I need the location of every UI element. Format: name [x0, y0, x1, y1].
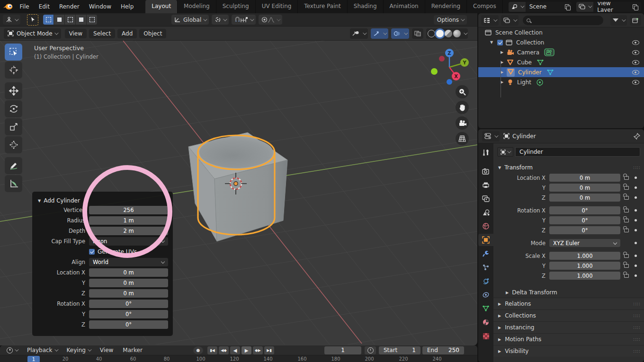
object-name-input[interactable]: Cylinder [515, 147, 640, 157]
scene-copy-button[interactable] [563, 2, 572, 12]
editor-type-selector[interactable] [3, 15, 20, 25]
scale-z-field[interactable]: 1.000 [549, 272, 620, 280]
pan-hand-button[interactable] [456, 101, 469, 114]
scene-icon[interactable] [509, 2, 526, 12]
expand-triangle-icon[interactable]: ▶ [499, 80, 505, 84]
gizmo-x-negative[interactable] [439, 56, 445, 62]
timeline-editor-type-button[interactable] [3, 346, 21, 354]
lock-icon[interactable] [624, 196, 629, 200]
visibility-eye-icon[interactable] [632, 70, 639, 75]
outliner-search-input[interactable] [523, 16, 603, 25]
proportional-editing[interactable] [259, 15, 282, 25]
tab-uv-editing[interactable]: UV Editing [256, 0, 298, 13]
menu-edit[interactable]: Edit [35, 2, 54, 11]
select-mode-subtract[interactable] [76, 15, 86, 25]
object-type-dropdown[interactable] [497, 147, 513, 157]
tool-annotate[interactable] [5, 157, 22, 174]
mesh-data-badge[interactable] [537, 59, 544, 66]
viewport-canvas[interactable]: User Perspective (1) Collection | Cylind… [0, 41, 477, 344]
tab-constraints[interactable] [478, 289, 493, 301]
navigation-gizmo[interactable]: Z Y X [428, 44, 471, 86]
mesh-data-badge[interactable] [546, 69, 554, 76]
op-rotation-y-field[interactable]: 0° [89, 310, 168, 318]
visibility-eye-icon[interactable] [632, 50, 639, 55]
rotation-x-field[interactable]: 0° [549, 206, 620, 214]
tool-rotate[interactable] [5, 100, 22, 117]
jump-to-end-button[interactable] [264, 346, 274, 354]
view-layer-remove-button[interactable]: × [640, 2, 641, 12]
orthographic-grid-button[interactable] [456, 132, 469, 145]
select-mode-new[interactable] [54, 15, 64, 25]
lock-icon[interactable] [624, 209, 629, 212]
animate-dot[interactable] [635, 177, 637, 179]
select-mode-extend[interactable] [65, 15, 75, 25]
tab-sculpting[interactable]: Sculpting [216, 0, 256, 13]
tab-particles[interactable] [478, 261, 493, 274]
drag-handle-icon[interactable]: ∷∷ [633, 301, 640, 307]
animate-dot[interactable] [635, 242, 637, 244]
animate-dot[interactable] [635, 219, 637, 221]
orientation-dropdown[interactable]: Global [171, 15, 209, 25]
tool-select-box[interactable] [5, 44, 22, 61]
tool-scale[interactable] [5, 118, 22, 135]
lock-icon[interactable] [624, 229, 629, 232]
drag-handle-icon[interactable]: ∷∷ [633, 349, 640, 354]
timeline-ruler[interactable]: 20 40 60 80 100 120 140 160 180 200 220 … [0, 355, 477, 362]
outliner-row-scene-collection[interactable]: Scene Collection [478, 27, 644, 37]
op-rotation-z-field[interactable]: 0° [89, 320, 168, 329]
frame-start-field[interactable]: Start 1 [379, 346, 420, 354]
animate-dot[interactable] [635, 255, 637, 257]
tab-shading[interactable]: Shading [348, 0, 384, 13]
drag-handle-icon[interactable]: ∷∷ [633, 337, 640, 342]
collapse-triangle-icon[interactable]: ▼ [38, 199, 41, 203]
lock-icon[interactable] [624, 254, 629, 258]
tab-render[interactable] [478, 165, 493, 177]
expand-triangle-icon[interactable]: ▶ [499, 50, 505, 54]
tab-layout[interactable]: Layout [145, 0, 178, 13]
animate-dot[interactable] [635, 229, 637, 231]
lock-icon[interactable] [624, 186, 629, 190]
auto-keying-button[interactable] [193, 346, 203, 354]
location-x-field[interactable]: 0 m [549, 174, 620, 182]
gizmos-toggle[interactable] [371, 28, 388, 39]
use-preview-range-button[interactable] [365, 346, 376, 354]
pin-icon[interactable] [634, 133, 640, 140]
delta-transform-subpanel[interactable]: ▶Delta Transform [493, 287, 644, 298]
tool-transform[interactable] [5, 136, 22, 153]
scene-selector[interactable]: Scene × [509, 2, 572, 12]
depth-field[interactable]: 2 m [89, 227, 168, 235]
add-cylinder-panel-header[interactable]: ▼ Add Cylinder [36, 195, 168, 206]
camera-view-button[interactable] [456, 116, 469, 130]
tool-move[interactable] [5, 82, 22, 99]
visibility-eye-icon[interactable] [632, 80, 639, 85]
pivot-point-dropdown[interactable] [212, 15, 229, 25]
breadcrumb[interactable]: Cylinder [503, 133, 536, 140]
panel-collections[interactable]: ▶Collections∷∷ [493, 309, 644, 321]
expand-triangle-icon[interactable]: ▶ [499, 70, 505, 74]
cube-object[interactable] [188, 132, 287, 241]
outliner-row-cube[interactable]: ▶ Cube [478, 57, 644, 67]
lock-icon[interactable] [624, 219, 629, 222]
location-z-field[interactable]: 0 m [549, 194, 620, 202]
generate-uvs-checkbox[interactable]: Generate UVs [89, 248, 168, 255]
view-layer-copy-button[interactable] [630, 2, 640, 12]
drag-handle-icon[interactable]: ∷∷ [633, 313, 640, 318]
tab-physics[interactable] [478, 275, 493, 287]
panel-visibility[interactable]: ▶Visibility∷∷ [493, 345, 644, 357]
lock-icon[interactable] [624, 264, 629, 268]
drag-handle-icon[interactable]: ∷∷ [633, 325, 640, 330]
expand-triangle-icon[interactable]: ▼ [489, 40, 494, 44]
snap-controls[interactable] [232, 15, 256, 25]
menu-keying[interactable]: Keying [63, 346, 94, 354]
overlays-toggle[interactable] [391, 28, 409, 39]
op-rotation-x-field[interactable]: 0° [89, 300, 168, 308]
collection-checkbox[interactable] [497, 40, 503, 45]
rotation-z-field[interactable]: 0° [549, 226, 620, 234]
cap-fill-dropdown[interactable]: Ngon [89, 237, 168, 246]
tab-view-layer[interactable] [478, 193, 493, 205]
op-location-y-field[interactable]: 0 m [89, 279, 168, 287]
scale-x-field[interactable]: 1.000 [549, 252, 620, 260]
active-tool-indicator[interactable] [27, 14, 38, 26]
view-layer-icon[interactable] [576, 2, 593, 12]
menu-window[interactable]: Window [85, 2, 116, 11]
